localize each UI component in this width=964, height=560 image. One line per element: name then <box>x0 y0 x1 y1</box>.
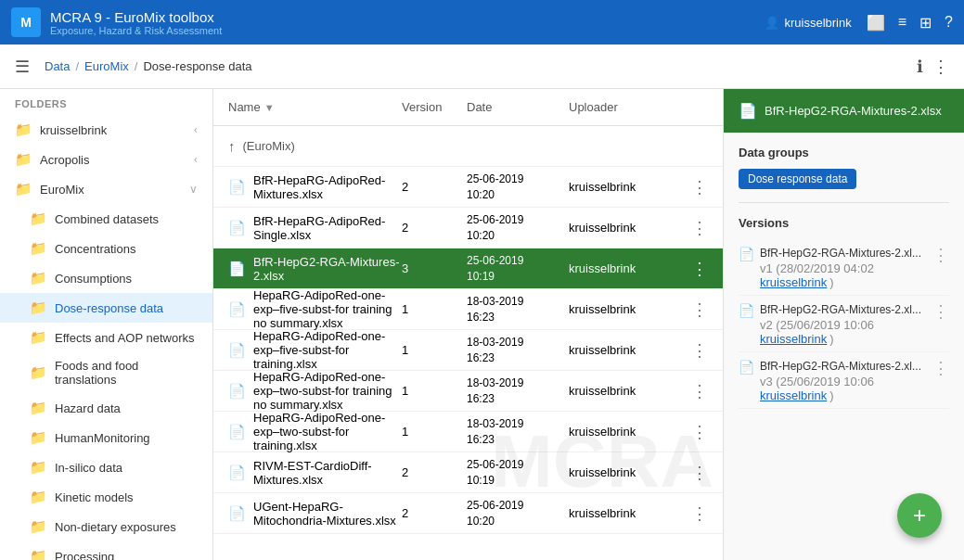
hamburger-menu[interactable]: ☰ <box>15 57 30 77</box>
version-context-menu-btn[interactable]: ⋮ <box>932 358 949 378</box>
table-row[interactable]: 📄 HepaRG-AdipoRed-one-exp–two-subst-for … <box>213 371 723 412</box>
sidebar-label: HumanMonitoring <box>55 431 198 445</box>
col-name-label: Name <box>228 100 261 114</box>
file-version: 3 <box>402 261 467 275</box>
sidebar-item-consumptions[interactable]: 📁 Consumptions <box>0 263 212 293</box>
app-title: MCRA 9 - EuroMix toolbox <box>50 9 222 25</box>
file-version: 2 <box>402 180 467 194</box>
xlsx-file-icon: 📄 <box>228 383 246 400</box>
folder-icon: 📁 <box>30 459 47 476</box>
window-icon[interactable]: ⬜ <box>867 14 885 32</box>
file-list-area: Name ▼ Version Date Uploader ↑ (EuroMix) <box>213 89 723 560</box>
folder-icon: 📁 <box>30 548 47 560</box>
breadcrumb-euromix[interactable]: EuroMix <box>84 59 129 73</box>
sidebar: Folders 📁 kruisselbrink ‹ 📁 Acropolis ‹ … <box>0 89 213 560</box>
file-uploader: kruisselbrink <box>569 506 680 520</box>
version-context-menu-btn[interactable]: ⋮ <box>932 301 949 322</box>
col-name-header[interactable]: Name ▼ <box>228 100 402 114</box>
help-icon[interactable]: ? <box>945 14 953 32</box>
sidebar-label: Acropolis <box>40 153 186 167</box>
collapse-arrow: ‹ <box>194 153 198 166</box>
file-context-menu-btn[interactable]: ⋮ <box>680 381 708 401</box>
file-name: BfR-HepG2-RGA-Mixtures-2.xlsx <box>253 255 402 283</box>
xlsx-file-icon: 📄 <box>228 179 246 196</box>
table-row[interactable]: ↑ (EuroMix) <box>213 126 723 167</box>
version-file-icon: 📄 <box>739 247 754 261</box>
version-suffix: ) <box>829 388 833 402</box>
data-groups-section: Data groups Dose response data <box>724 133 964 202</box>
versions-section: Versions 📄 BfR-HepG2-RGA-Mixtures-2.xl..… <box>724 203 964 422</box>
table-row[interactable]: 📄 HepaRG-AdipoRed-one-exp–five-subst-for… <box>213 289 723 330</box>
sidebar-item-acropolis[interactable]: 📁 Acropolis ‹ <box>0 145 212 174</box>
version-item: 📄 BfR-HepG2-RGA-Mixtures-2.xl... v2 (25/… <box>739 296 949 352</box>
sidebar-item-combined-datasets[interactable]: 📁 Combined datasets <box>0 204 212 234</box>
file-context-menu-btn[interactable]: ⋮ <box>680 259 708 279</box>
table-row[interactable]: 📄 RIVM-EST-CardioDiff-Mixtures.xlsx 2 25… <box>213 452 723 493</box>
sidebar-item-dose-response-data[interactable]: 📁 Dose-response data <box>0 293 212 323</box>
breadcrumb-data[interactable]: Data <box>45 59 70 73</box>
add-file-fab[interactable]: + <box>897 493 942 538</box>
more-options-icon[interactable]: ⋮ <box>932 57 949 77</box>
folder-icon: 📁 <box>15 121 32 138</box>
username: kruisselbrink <box>785 16 852 30</box>
version-item-left: 📄 BfR-HepG2-RGA-Mixtures-2.xl... v2 (25/… <box>739 301 932 346</box>
file-uploader: kruisselbrink <box>569 302 680 316</box>
table-row[interactable]: 📄 BfR-HepaRG-AdipoRed-Mixtures.xlsx 2 25… <box>213 167 723 208</box>
info-icon[interactable]: ℹ <box>917 57 923 77</box>
sidebar-label: Dose-response data <box>55 301 198 315</box>
file-context-menu-btn[interactable]: ⋮ <box>680 177 708 197</box>
sidebar-label: Effects and AOP networks <box>55 331 198 345</box>
file-version: 2 <box>402 506 467 520</box>
table-row[interactable]: 📄 UGent-HepaRG-Mitochondria-Mixtures.xls… <box>213 493 723 534</box>
sidebar-item-kruisselbrink[interactable]: 📁 kruisselbrink ‹ <box>0 115 212 145</box>
folder-icon: 📁 <box>30 329 47 346</box>
table-row[interactable]: 📄 BfR-HepaRG-AdipoRed-Single.xlsx 2 25-0… <box>213 208 723 248</box>
app-header: M MCRA 9 - EuroMix toolbox Exposure, Haz… <box>0 0 964 45</box>
table-row[interactable]: 📄 HepaRG-AdipoRed-one-exp–five-subst-for… <box>213 330 723 371</box>
version-context-menu-btn[interactable]: ⋮ <box>932 245 949 265</box>
breadcrumb-sep-2: / <box>135 59 138 73</box>
file-date: 18-03-201916:23 <box>467 375 569 407</box>
app-subtitle: Exposure, Hazard & Risk Assessment <box>50 25 222 36</box>
table-row[interactable]: 📄 BfR-HepG2-RGA-Mixtures-2.xlsx 3 25-06-… <box>213 248 723 289</box>
data-group-badge[interactable]: Dose response data <box>739 169 856 189</box>
version-info-block: BfR-HepG2-RGA-Mixtures-2.xl... v2 (25/06… <box>760 301 932 346</box>
file-name: HepaRG-AdipoRed-one-exp–two-subst-for tr… <box>253 411 402 452</box>
sidebar-item-human-monitoring[interactable]: 📁 HumanMonitoring <box>0 423 212 452</box>
right-panel: 📄 BfR-HepG2-RGA-Mixtures-2.xlsx Data gro… <box>723 89 964 560</box>
sidebar-item-in-silico[interactable]: 📁 In-silico data <box>0 452 212 482</box>
sidebar-item-euromix[interactable]: 📁 EuroMix ∨ <box>0 174 212 204</box>
sidebar-item-kinetic-models[interactable]: 📁 Kinetic models <box>0 482 212 512</box>
version-user-link[interactable]: kruisselbrink <box>760 275 827 289</box>
version-user-link[interactable]: kruisselbrink <box>760 332 827 346</box>
sidebar-item-hazard-data[interactable]: 📁 Hazard data <box>0 393 212 423</box>
sidebar-label: Foods and food translations <box>55 359 198 387</box>
file-context-menu-btn[interactable]: ⋮ <box>680 299 708 320</box>
folder-icon: 📁 <box>30 210 47 227</box>
main-layout: Folders 📁 kruisselbrink ‹ 📁 Acropolis ‹ … <box>0 89 964 560</box>
file-version: 2 <box>402 221 467 235</box>
file-name-cell: 📄 UGent-HepaRG-Mitochondria-Mixtures.xls… <box>228 500 402 528</box>
sidebar-item-processing[interactable]: 📁 Processing <box>0 541 212 560</box>
folder-icon: 📁 <box>30 270 47 286</box>
sidebar-item-non-dietary[interactable]: 📁 Non-dietary exposures <box>0 512 212 541</box>
version-suffix: ) <box>829 332 833 346</box>
grid-icon[interactable]: ⊞ <box>919 14 932 32</box>
file-date: 25-06-201910:20 <box>467 212 569 244</box>
list-icon[interactable]: ≡ <box>898 14 906 32</box>
file-context-menu-btn[interactable]: ⋮ <box>680 422 708 442</box>
version-item-left: 📄 BfR-HepG2-RGA-Mixtures-2.xl... v3 (25/… <box>739 358 932 402</box>
sidebar-item-effects-aop[interactable]: 📁 Effects and AOP networks <box>0 323 212 352</box>
user-info: 👤 kruisselbrink <box>765 16 852 30</box>
file-context-menu-btn[interactable]: ⋮ <box>680 218 708 238</box>
table-row[interactable]: 📄 HepaRG-AdipoRed-one-exp–two-subst-for … <box>213 412 723 452</box>
sidebar-item-foods-translations[interactable]: 📁 Foods and food translations <box>0 352 212 393</box>
file-date: 25-06-201910:19 <box>467 457 569 489</box>
file-context-menu-btn[interactable]: ⋮ <box>680 503 708 524</box>
file-context-menu-btn[interactable]: ⋮ <box>680 340 708 361</box>
file-name: HepaRG-AdipoRed-one-exp–five-subst-for t… <box>253 288 402 330</box>
file-context-menu-btn[interactable]: ⋮ <box>680 463 708 483</box>
version-user-link[interactable]: kruisselbrink <box>760 388 827 402</box>
user-icon: 👤 <box>765 16 779 30</box>
sidebar-item-concentrations[interactable]: 📁 Concentrations <box>0 234 212 263</box>
